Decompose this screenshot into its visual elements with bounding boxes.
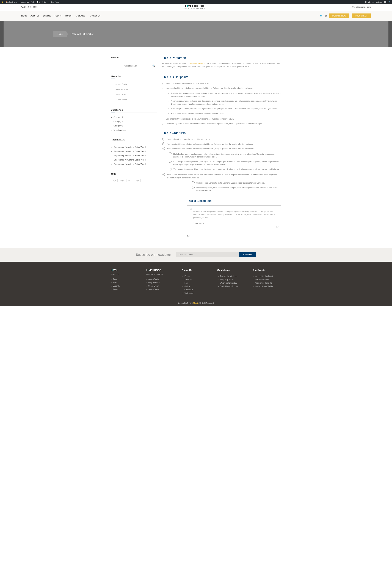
nav-contact[interactable]: Contact Us bbox=[90, 14, 100, 17]
nav-about[interactable]: About Us bbox=[30, 14, 39, 17]
blockquote-author: Donec mattis bbox=[193, 222, 276, 225]
footer-link[interactable]: Arsenal, the intelligent. bbox=[253, 275, 281, 278]
footer-link[interactable]: Susan E bbox=[111, 284, 139, 288]
edit-link[interactable]: Edit bbox=[187, 235, 281, 237]
bullet-item: Sed imperdiet venenatis justo a ornare. … bbox=[162, 117, 281, 121]
site-logo[interactable]: LIVELIHOOD CHARITY FOUNDATION bbox=[183, 5, 206, 9]
order-item: Nam ac nibh id turpis efficitur pellente… bbox=[162, 142, 281, 147]
newsletter-email-input[interactable] bbox=[176, 252, 239, 257]
category-item[interactable]: Uncategorized bbox=[111, 128, 157, 132]
paragraph-heading: This is Paragraph bbox=[162, 56, 281, 60]
comments[interactable]: 💬 0 bbox=[36, 1, 40, 3]
order-sub-item: Nulla facilisi. Maecenas lacinia ac nisl… bbox=[169, 152, 281, 159]
hero-banner: Home Page With Left Sidebar bbox=[0, 21, 392, 47]
footer-link[interactable]: Braille Literacy Tool for bbox=[253, 285, 281, 288]
edit-page-link[interactable]: ✏ Edit Page bbox=[49, 1, 59, 3]
footer-quick-title: Quick Links bbox=[217, 269, 246, 271]
quote-open-icon: “ bbox=[189, 207, 193, 214]
news-item[interactable]: Empowering News for a Better World bbox=[111, 162, 157, 166]
nav-shortcode[interactable]: Shortcode bbox=[75, 14, 86, 17]
order-item: Nulla facilisi. Maecenas lacinia ac nisl… bbox=[162, 172, 281, 194]
footer-link[interactable]: Events bbox=[182, 275, 210, 278]
footer: LIVEL CHARITY F JamesMary JSusan EJames … bbox=[0, 261, 392, 306]
footer-col-1: LIVEL CHARITY F JamesMary JSusan EJames bbox=[111, 269, 139, 295]
nav-right: f 🐦 ◉ DONATE NOW VOLUNTEER bbox=[317, 14, 371, 18]
twitter-icon[interactable]: 🐦 bbox=[320, 14, 322, 17]
tag-item[interactable]: Tag2 bbox=[119, 179, 126, 182]
category-item[interactable]: Category 1 bbox=[111, 115, 157, 119]
breadcrumb-home[interactable]: Home bbox=[53, 31, 66, 37]
blockquote-heading: This is Blockquote bbox=[187, 199, 281, 203]
news-item[interactable]: Empowering News for a Better World bbox=[111, 158, 157, 162]
footer-link[interactable]: Testimonial bbox=[182, 291, 210, 295]
customize-link[interactable]: ✏ Customize bbox=[19, 1, 29, 3]
footer-link[interactable]: Contact Us bbox=[182, 288, 210, 291]
new-link[interactable]: + New bbox=[42, 1, 47, 3]
nav-pages[interactable]: Pages bbox=[55, 14, 62, 17]
menu-item[interactable]: James Smith bbox=[111, 97, 157, 102]
tags-title: Tags bbox=[111, 172, 157, 176]
news-item[interactable]: Empowering News for a Better World bbox=[111, 153, 157, 158]
footer-link[interactable]: Mary Johnson bbox=[146, 281, 175, 284]
search-button[interactable]: 🔍 bbox=[151, 63, 157, 69]
footer-link[interactable]: Waterproof drone tha bbox=[253, 281, 281, 285]
news-item[interactable]: Empowering News for a Better World bbox=[111, 145, 157, 149]
wp-icon[interactable]: ⚡ bbox=[1, 1, 3, 3]
volunteer-button[interactable]: VOLUNTEER bbox=[352, 14, 371, 18]
nav-blogs[interactable]: Blogs bbox=[65, 14, 72, 17]
order-sub-item: Phasellus egestas, nulla et vestibulum t… bbox=[192, 185, 281, 193]
updates[interactable]: ↻ 3 bbox=[31, 1, 34, 3]
admin-left: ⚡ 🏠 charity-pro ✏ Customize ↻ 3 💬 0 + Ne… bbox=[1, 1, 59, 3]
order-list: Nunc quis ante et enim viverra porttitor… bbox=[162, 137, 281, 194]
tag-item[interactable]: Tag4 bbox=[134, 179, 141, 182]
category-item[interactable]: Category 2 bbox=[111, 119, 157, 124]
footer-link[interactable]: Raspberry velbet bbox=[253, 278, 281, 281]
news-item[interactable]: Empowering News for a Better World bbox=[111, 149, 157, 153]
blockquote: “ "Lorem Ipsum is simply dummy text of t… bbox=[187, 205, 281, 232]
copyright-link[interactable]: Charity bbox=[193, 302, 199, 304]
newsletter-subscribe-button[interactable]: Subscribe bbox=[239, 252, 256, 257]
search-input[interactable] bbox=[111, 63, 151, 69]
email: ✉ info@example.com bbox=[352, 6, 371, 8]
instagram-icon[interactable]: ◉ bbox=[325, 14, 327, 17]
footer-link[interactable]: Raspberry velbet bbox=[217, 278, 246, 281]
wp-admin-bar: ⚡ 🏠 charity-pro ✏ Customize ↻ 3 💬 0 + Ne… bbox=[0, 0, 392, 4]
footer-link[interactable]: Susan Brown bbox=[146, 284, 175, 288]
breadcrumb: Home Page With Left Sidebar bbox=[53, 31, 98, 37]
footer-link[interactable]: About Us bbox=[182, 278, 210, 281]
footer-link[interactable]: James bbox=[111, 277, 139, 281]
bullet-item: Phasellus egestas, nulla et vestibulum t… bbox=[162, 121, 281, 126]
footer-link[interactable]: Mary J bbox=[111, 281, 139, 284]
tags-widget: Tags Tag1Tag2Tag3Tag4 bbox=[111, 172, 157, 182]
footer-link[interactable]: Gallery bbox=[182, 285, 210, 288]
howdy[interactable]: Howdy, phpmyadmin bbox=[365, 1, 382, 3]
menu-item[interactable]: Mary Johnson bbox=[111, 87, 157, 92]
avatar-icon[interactable] bbox=[384, 1, 386, 3]
search-title: Search bbox=[111, 56, 157, 60]
footer-quick-links: Quick Links Arsenal, the intelligent.Ras… bbox=[217, 269, 246, 295]
category-item[interactable]: Category 3 bbox=[111, 124, 157, 128]
nav-home[interactable]: Home bbox=[21, 14, 27, 17]
footer-link[interactable]: Arsenal, the intelligent. bbox=[217, 275, 246, 278]
menu-item[interactable]: James Smith bbox=[111, 82, 157, 87]
footer-link[interactable]: Faq bbox=[182, 281, 210, 285]
tag-item[interactable]: Tag1 bbox=[111, 179, 118, 182]
categories-widget: Categories Category 1Category 2Category … bbox=[111, 109, 157, 132]
newsletter-section: Subscribe our newsletter Subscribe bbox=[0, 248, 392, 261]
footer-link[interactable]: James Smith bbox=[146, 277, 175, 281]
paragraph-link[interactable]: consectetur adipiscing bbox=[187, 62, 206, 64]
site-name[interactable]: 🏠 charity-pro bbox=[6, 1, 17, 3]
footer-link[interactable]: James Smith bbox=[146, 288, 175, 291]
left-sidebar: Search 🔍 Menu Bar James SmithMary Johnso… bbox=[111, 56, 157, 237]
search-icon[interactable]: 🔍 bbox=[389, 1, 391, 3]
tag-item[interactable]: Tag3 bbox=[126, 179, 133, 182]
footer-link[interactable]: Braille Literacy Tool for bbox=[217, 285, 246, 288]
donate-button[interactable]: DONATE NOW bbox=[329, 14, 350, 18]
facebook-icon[interactable]: f bbox=[317, 14, 317, 17]
footer-link[interactable]: Waterproof drone tha bbox=[217, 281, 246, 285]
main-nav: Home About Us Services Pages Blogs Short… bbox=[0, 11, 392, 21]
phone: 📞 2353-4352-555 bbox=[21, 6, 38, 8]
nav-services[interactable]: Services bbox=[43, 14, 51, 17]
footer-link[interactable]: James bbox=[111, 288, 139, 291]
menu-item[interactable]: Susan Brown bbox=[111, 92, 157, 97]
